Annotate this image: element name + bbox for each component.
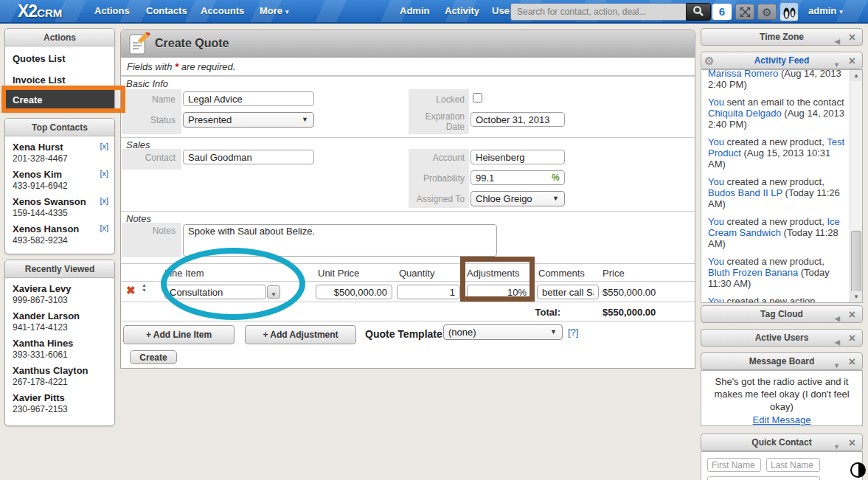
x2crm-logo[interactable]: X2CRM bbox=[18, 1, 62, 21]
tag-cloud-widget-header[interactable]: Tag Cloud ◀ × bbox=[701, 305, 863, 323]
close-icon[interactable]: × bbox=[849, 53, 855, 69]
close-icon[interactable]: × bbox=[849, 354, 855, 370]
feed-link[interactable]: You bbox=[708, 296, 724, 303]
contact-name[interactable]: Xander Larson bbox=[13, 310, 108, 321]
contact-name[interactable]: Xantha Hines bbox=[13, 338, 108, 349]
section-basic-info: Basic Info bbox=[121, 76, 695, 91]
create-button[interactable]: Create bbox=[130, 350, 177, 364]
name-label: Name bbox=[121, 94, 176, 105]
settings-button[interactable]: ⚙ bbox=[757, 4, 777, 20]
recently-viewed-header[interactable]: Recently Viewed bbox=[5, 260, 114, 278]
delete-row-icon[interactable]: ✖ bbox=[126, 284, 136, 297]
col-header-comments: Comments bbox=[538, 268, 585, 279]
adjustments-input[interactable] bbox=[467, 285, 532, 299]
feed-link[interactable]: You bbox=[708, 176, 724, 187]
section-notes: Notes bbox=[121, 211, 695, 226]
remove-contact-link[interactable]: [x] bbox=[100, 196, 108, 205]
collapse-left-icon[interactable]: ◀ bbox=[835, 310, 840, 327]
nav-item-contacts[interactable]: Contacts bbox=[139, 0, 195, 22]
contrast-toggle-icon[interactable] bbox=[850, 462, 866, 478]
unit-price-input[interactable] bbox=[316, 285, 392, 299]
close-icon[interactable]: × bbox=[849, 435, 855, 451]
status-select[interactable]: Presented ▼ bbox=[183, 112, 314, 128]
feed-link[interactable]: Chiquita Delgado bbox=[708, 108, 782, 119]
feed-link[interactable]: Marissa Romero bbox=[708, 69, 778, 79]
remove-contact-link[interactable]: [x] bbox=[100, 142, 108, 150]
feed-scrollbar-thumb[interactable] bbox=[851, 231, 861, 301]
message-board-text: She's got the radio active and it makes … bbox=[701, 371, 862, 414]
close-icon[interactable]: × bbox=[849, 330, 855, 347]
name-input[interactable] bbox=[183, 91, 314, 106]
active-users-widget-header[interactable]: Active Users ◀ × bbox=[701, 329, 863, 347]
locked-checkbox[interactable] bbox=[473, 93, 482, 102]
probability-input[interactable] bbox=[471, 170, 565, 185]
add-line-item-button[interactable]: + Add Line Item bbox=[123, 325, 235, 344]
fullscreen-button[interactable] bbox=[735, 4, 754, 20]
remove-contact-link[interactable]: [x] bbox=[100, 223, 108, 232]
remove-contact-link[interactable]: [x] bbox=[100, 169, 108, 178]
add-adjustment-button[interactable]: + Add Adjustment bbox=[245, 325, 356, 344]
sort-handle-icon[interactable]: ▲▼ bbox=[142, 282, 147, 293]
edit-message-link[interactable]: Edit Message bbox=[701, 414, 862, 425]
nav-item-activity[interactable]: Activity bbox=[437, 0, 487, 22]
expiration-date-input[interactable] bbox=[471, 112, 565, 127]
feed-link[interactable]: You bbox=[708, 136, 724, 147]
contact-name[interactable]: Xavier Pitts bbox=[13, 392, 108, 403]
user-avatar[interactable] bbox=[780, 3, 798, 21]
feed-link[interactable]: Bluth Frozen Banana bbox=[708, 267, 798, 278]
sidebar-item-quotes-list[interactable]: Quotes List bbox=[5, 46, 114, 68]
sidebar-item-create[interactable]: Create bbox=[5, 89, 114, 111]
sidebar-item-invoice-list[interactable]: Invoice List bbox=[5, 68, 114, 89]
quote-document-icon bbox=[127, 32, 150, 56]
nav-item-more[interactable]: More▾ bbox=[252, 0, 296, 22]
gear-icon[interactable]: ⚙ bbox=[704, 53, 714, 69]
line-item-dropdown-button[interactable]: ▼ bbox=[267, 285, 280, 299]
contact-name[interactable]: [x]Xenos Kim bbox=[13, 169, 108, 180]
quantity-input[interactable] bbox=[397, 285, 460, 299]
notes-textarea[interactable]: Spoke with Saul about Belize. bbox=[183, 224, 497, 257]
time-zone-widget-header[interactable]: Time Zone ◀ × bbox=[701, 28, 863, 46]
search-input[interactable] bbox=[510, 3, 686, 21]
notification-badge[interactable]: 6 bbox=[712, 4, 732, 20]
contact-input[interactable] bbox=[183, 150, 314, 164]
message-board-widget-header[interactable]: Message Board ▼ × bbox=[701, 352, 863, 370]
nav-item-admin[interactable]: Admin bbox=[392, 0, 437, 22]
collapse-left-icon[interactable]: ◀ bbox=[835, 33, 840, 49]
help-link[interactable]: [?] bbox=[568, 327, 578, 338]
actions-widget-header[interactable]: Actions bbox=[5, 29, 114, 46]
collapse-left-icon[interactable]: ◀ bbox=[835, 334, 840, 350]
close-icon[interactable]: × bbox=[849, 29, 855, 46]
search-button[interactable] bbox=[686, 3, 711, 21]
quick-contact-extra-field[interactable] bbox=[707, 476, 820, 480]
comments-input[interactable] bbox=[537, 285, 599, 299]
nav-item-actions[interactable]: Actions bbox=[87, 0, 137, 22]
scroll-up-icon[interactable]: ▲ bbox=[850, 70, 862, 81]
activity-feed-body: Marissa Romero (Aug 14, 2013 2:40 PM) Yo… bbox=[701, 69, 863, 303]
penguins-avatar-image bbox=[780, 3, 798, 21]
line-item-input[interactable] bbox=[164, 285, 266, 299]
nav-item-accounts[interactable]: Accounts bbox=[193, 0, 251, 22]
top-contacts-header[interactable]: Top Contacts bbox=[5, 119, 114, 136]
contact-name[interactable]: [x]Xenos Swanson bbox=[13, 196, 108, 207]
close-icon[interactable]: × bbox=[849, 307, 855, 323]
contact-name[interactable]: Xaviera Levy bbox=[13, 283, 108, 294]
contact-name[interactable]: [x]Xenos Hanson bbox=[13, 223, 108, 234]
feed-link[interactable]: Budos Band II LP bbox=[708, 187, 782, 198]
contact-name[interactable]: Xanthus Clayton bbox=[13, 365, 108, 376]
first-name-field[interactable] bbox=[707, 458, 761, 472]
assigned-to-label: Assigned To bbox=[410, 194, 465, 204]
quote-template-select[interactable]: (none) ▼ bbox=[443, 324, 563, 340]
quick-contact-widget-header[interactable]: Quick Contact ▼ × bbox=[701, 434, 863, 451]
assigned-to-select[interactable]: Chloe Greigo ▼ bbox=[471, 191, 565, 206]
contact-name[interactable]: [x]Xena Hurst bbox=[13, 142, 108, 153]
user-menu[interactable]: admin▾ bbox=[801, 0, 850, 22]
account-input[interactable] bbox=[471, 150, 565, 164]
feed-link[interactable]: You bbox=[708, 256, 724, 267]
contact-list-item: Xander Larson 941-174-4123 bbox=[5, 305, 114, 333]
feed-link[interactable]: You bbox=[708, 216, 724, 227]
feed-scrollbar[interactable]: ▲ ▼ bbox=[850, 70, 862, 302]
activity-feed-widget-header[interactable]: ⚙ Activity Feed ▼ × bbox=[701, 52, 863, 69]
feed-link[interactable]: You bbox=[708, 97, 724, 108]
last-name-field[interactable] bbox=[766, 458, 820, 472]
scroll-down-icon[interactable]: ▼ bbox=[850, 291, 862, 302]
